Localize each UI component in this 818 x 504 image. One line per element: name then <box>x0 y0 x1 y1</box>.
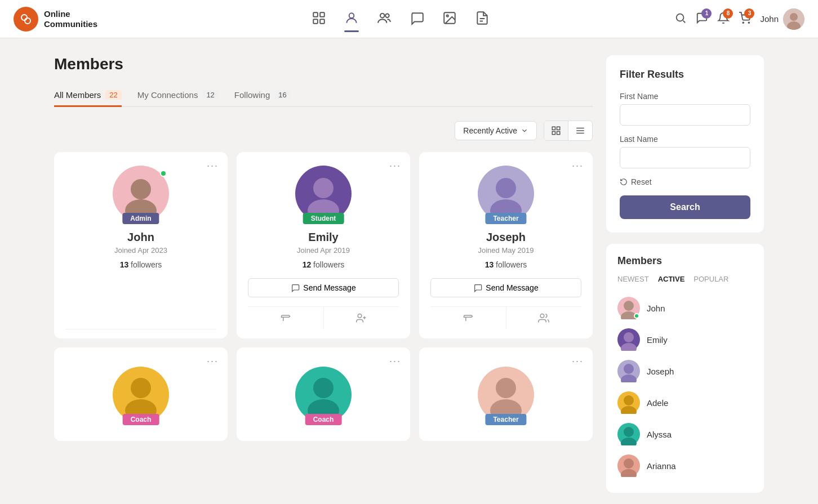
search-icon-btn[interactable] <box>674 12 687 26</box>
widget-tabs: NEWEST ACTIVE POPULAR <box>617 275 753 283</box>
member-card-emily: ··· Student Emily Joined Apr 2019 12 fol… <box>237 152 410 338</box>
last-name-input[interactable] <box>620 147 750 168</box>
svg-rect-20 <box>557 132 560 135</box>
member-card-arianna: ··· Teacher <box>419 347 593 441</box>
avatar-wrap-adele: Coach <box>113 367 169 423</box>
widget-name-john: John <box>647 304 665 313</box>
card-menu-alyssa[interactable]: ··· <box>389 355 401 367</box>
widget-tab-active[interactable]: ACTIVE <box>658 275 685 283</box>
svg-point-43 <box>624 395 634 405</box>
content-area: Members All Members 22 My Connections 12… <box>54 55 593 493</box>
messages-icon-btn[interactable]: 1 <box>696 12 708 26</box>
notifications-badge: 8 <box>723 8 733 19</box>
first-name-input[interactable] <box>620 104 750 126</box>
announce-btn-emily[interactable] <box>248 307 324 329</box>
svg-point-6 <box>349 13 354 18</box>
cart-icon-btn[interactable]: 3 <box>739 12 751 26</box>
role-badge-alyssa: Coach <box>305 414 342 425</box>
sidebar: Filter Results First Name Last Name Rese… <box>606 55 764 493</box>
widget-member-john[interactable]: John <box>617 292 753 324</box>
tab-all-members[interactable]: All Members 22 <box>54 84 122 107</box>
role-badge-adele: Coach <box>123 414 159 425</box>
svg-point-21 <box>131 179 151 199</box>
view-toggle <box>544 121 593 141</box>
widget-member-arianna[interactable]: Arianna <box>617 450 753 481</box>
list-view-btn[interactable] <box>568 121 592 140</box>
nav-groups[interactable] <box>377 11 392 28</box>
notifications-icon-btn[interactable]: 8 <box>717 12 730 26</box>
announce-btn-joseph[interactable] <box>430 307 506 329</box>
online-dot-john <box>634 313 639 319</box>
svg-point-33 <box>313 378 334 398</box>
search-button[interactable]: Search <box>620 195 750 219</box>
send-message-emily[interactable]: Send Message <box>248 278 399 297</box>
avatar-wrap-arianna: Teacher <box>478 367 534 423</box>
member-followers-joseph: 13 followers <box>485 260 527 269</box>
logo-text: Online Communities <box>44 9 97 29</box>
widget-avatar-adele <box>617 391 640 414</box>
card-actions-john <box>65 329 216 329</box>
nav-docs[interactable] <box>475 11 490 28</box>
nav-media[interactable] <box>442 11 457 28</box>
grid-view-btn[interactable] <box>544 121 568 140</box>
connect-btn-joseph[interactable] <box>506 307 582 329</box>
widget-member-adele[interactable]: Adele <box>617 387 753 418</box>
svg-point-28 <box>496 178 516 198</box>
svg-point-11 <box>677 14 684 21</box>
svg-rect-4 <box>313 19 318 24</box>
nav-profile[interactable] <box>344 11 359 28</box>
member-followers-john: 13 followers <box>120 260 162 269</box>
card-actions-emily <box>248 306 399 329</box>
reset-button[interactable]: Reset <box>620 177 750 186</box>
widget-member-joseph[interactable]: Joseph <box>617 355 753 387</box>
widget-tab-newest[interactable]: NEWEST <box>617 275 649 283</box>
topnav: Online Communities <box>0 0 818 38</box>
svg-point-8 <box>385 14 389 17</box>
widget-tab-popular[interactable]: POPULAR <box>693 275 728 283</box>
member-card-john: ··· Admin John Joined Apr 2023 13 follow… <box>54 152 228 338</box>
online-indicator-john <box>160 170 167 177</box>
avatar-wrap-joseph: Teacher <box>478 166 534 222</box>
svg-point-35 <box>496 378 516 398</box>
svg-point-30 <box>540 314 544 318</box>
member-name-joseph: Joseph <box>486 231 526 244</box>
widget-avatar-john <box>617 297 640 319</box>
filter-title: Filter Results <box>620 69 750 81</box>
card-menu-adele[interactable]: ··· <box>207 355 219 367</box>
svg-rect-5 <box>320 19 324 24</box>
card-menu-joseph[interactable]: ··· <box>572 160 584 172</box>
svg-point-10 <box>446 15 448 16</box>
member-joined-joseph: Joined May 2019 <box>478 246 534 255</box>
svg-point-23 <box>313 178 334 198</box>
sort-view-row: Recently Active <box>54 121 593 141</box>
card-menu-emily[interactable]: ··· <box>389 160 401 172</box>
avatar-wrap-alyssa: Coach <box>295 367 352 423</box>
sort-dropdown[interactable]: Recently Active <box>455 121 537 140</box>
svg-point-48 <box>621 469 637 477</box>
member-followers-emily: 12 followers <box>303 260 345 269</box>
last-name-label: Last Name <box>620 135 750 144</box>
tab-my-connections[interactable]: My Connections 12 <box>137 84 219 107</box>
svg-rect-19 <box>552 132 555 135</box>
card-menu-arianna[interactable]: ··· <box>572 355 584 367</box>
nav-messages[interactable] <box>410 11 424 28</box>
card-menu-john[interactable]: ··· <box>207 160 219 172</box>
user-avatar <box>783 8 804 30</box>
send-message-joseph[interactable]: Send Message <box>430 278 581 297</box>
nav-feed[interactable] <box>312 11 326 28</box>
svg-rect-2 <box>313 12 318 17</box>
logo-area[interactable]: Online Communities <box>14 7 126 32</box>
svg-point-44 <box>621 406 637 414</box>
svg-rect-18 <box>557 127 560 130</box>
card-actions-joseph <box>430 306 581 329</box>
connect-btn-emily[interactable] <box>324 307 399 329</box>
member-joined-john: Joined Apr 2023 <box>114 246 167 255</box>
tab-following[interactable]: Following 16 <box>234 84 291 107</box>
svg-point-15 <box>790 13 798 21</box>
messages-badge: 1 <box>701 8 712 19</box>
user-info[interactable]: John <box>760 8 804 30</box>
svg-rect-17 <box>552 127 555 130</box>
widget-member-emily[interactable]: Emily <box>617 324 753 355</box>
widget-member-alyssa[interactable]: Alyssa <box>617 418 753 450</box>
svg-point-12 <box>743 22 744 23</box>
